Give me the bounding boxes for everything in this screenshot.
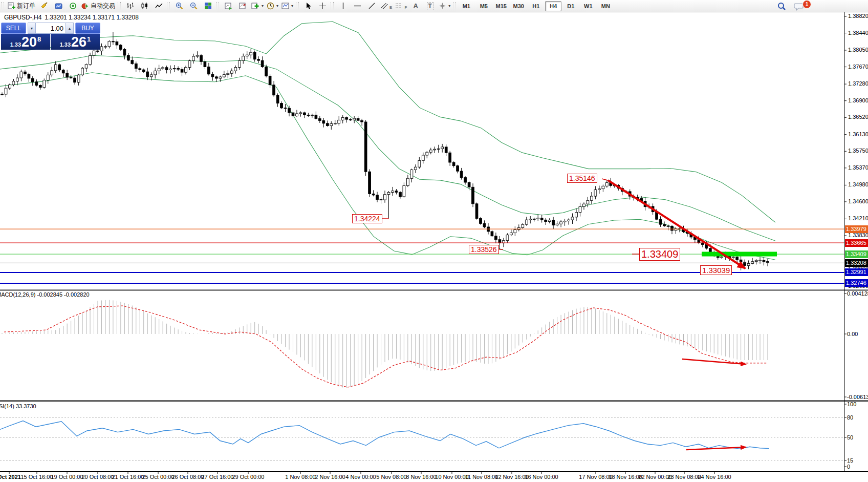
timeframe-button-h1[interactable]: H1 — [528, 1, 544, 11]
trendline-icon — [368, 2, 376, 10]
volume-increase-button[interactable]: ▲ — [66, 23, 74, 34]
line-chart-mode-button[interactable] — [151, 1, 166, 12]
arrows-icon — [439, 2, 446, 10]
zoom-in-button[interactable] — [172, 1, 186, 12]
autotrade-button[interactable]: 自动交易 — [80, 1, 117, 12]
price-axis-badge: 1.32746 — [845, 279, 868, 287]
price-axis-badge: 1.33409 — [845, 250, 868, 258]
horizontal-line-tool-button[interactable] — [350, 1, 364, 12]
timeframe-button-w1[interactable]: W1 — [580, 1, 596, 11]
candle-chart-mode-button[interactable] — [137, 1, 151, 12]
notifications-button[interactable]: 1 — [789, 1, 809, 12]
auto-scroll-button[interactable] — [221, 1, 235, 12]
timeframe-button-m15[interactable]: M15 — [493, 1, 509, 11]
timeframe-button-h4[interactable]: H4 — [545, 1, 561, 11]
macd-indicator-label: MACD(12,26,9) -0.002845 -0.002820 — [0, 291, 90, 298]
signal-icon — [69, 2, 77, 10]
annotation-price-label[interactable]: 1.33039 — [700, 265, 732, 275]
rsi-axis-label: 80 — [847, 414, 853, 421]
toolbar-gripper — [453, 2, 456, 10]
buy-button[interactable]: BUY — [75, 23, 100, 34]
timeframe-button-m30[interactable]: M30 — [510, 1, 527, 11]
annotation-price-label[interactable]: 1.35146 — [567, 174, 597, 183]
bollinger-lower — [0, 73, 775, 260]
arrows-tool-button[interactable]: ▾ — [437, 1, 452, 12]
macd-axis-label: 0.00 — [847, 331, 858, 337]
rsi-pane — [0, 417, 844, 461]
add-indicator-icon — [251, 2, 259, 10]
text-tool-icon: A — [414, 2, 418, 10]
annotation-price-label[interactable]: 1.33526 — [469, 245, 499, 254]
ask-big: 26 — [71, 35, 86, 49]
support-zone-bar[interactable] — [702, 252, 777, 257]
toolbar-gripper — [216, 2, 219, 10]
fibonacci-letter: F — [404, 5, 407, 10]
text-label-tool-button[interactable]: T — [423, 1, 437, 12]
bar-chart-mode-button[interactable] — [123, 1, 137, 12]
price-tick-label: 1.33830 — [848, 232, 868, 238]
chart-title: GBPUSD-,H41.33201 1.33234 1.33171 1.3320… — [4, 14, 142, 21]
toolbar-gripper — [1, 2, 4, 10]
tile-windows-button[interactable] — [201, 1, 215, 12]
chevron-down-icon: ▾ — [276, 4, 278, 8]
template-icon — [281, 2, 289, 10]
annotation-price-label[interactable]: 1.33409 — [639, 248, 680, 261]
toolbar-gripper — [118, 2, 121, 10]
price-tick-label: 1.34210 — [848, 215, 868, 221]
main-price-pane — [0, 22, 844, 283]
zoom-out-button[interactable] — [186, 1, 201, 12]
crosshair-tool-button[interactable] — [315, 1, 330, 12]
notification-badge: 1 — [802, 0, 811, 9]
chart-shift-button[interactable] — [235, 1, 250, 12]
price-tick-label: 1.38820 — [848, 13, 868, 19]
cursor-tool-button[interactable] — [301, 1, 315, 12]
zoom-out-icon — [190, 2, 198, 10]
fibonacci-icon — [395, 2, 404, 10]
period-button[interactable]: ▾ — [265, 1, 280, 12]
price-tick-label: 1.38440 — [848, 30, 868, 36]
vertical-line-icon — [340, 2, 346, 10]
chart-window[interactable]: GBPUSD-,H41.33201 1.33234 1.33171 1.3320… — [0, 12, 868, 482]
macd-pane — [2, 300, 768, 388]
timeframe-toolbar: M1M5M15M30H1H4D1W1MN — [458, 1, 614, 11]
text-tool-button[interactable]: A — [408, 1, 423, 12]
macd-signal-line — [4, 306, 768, 387]
bid-price[interactable]: 1.33 20 8 — [1, 34, 50, 50]
sell-button[interactable]: SELL — [1, 23, 26, 34]
trendline-tool-button[interactable] — [364, 1, 379, 12]
add-indicator-button[interactable]: ▾ — [250, 1, 265, 12]
search-button[interactable] — [774, 1, 789, 12]
bid-prefix: 1.33 — [10, 41, 21, 48]
equidistant-channel-tool-button[interactable]: E — [379, 1, 394, 12]
new-order-button[interactable]: 新订单 — [6, 1, 37, 12]
price-axis-badge: 1.33208 — [845, 259, 868, 267]
timeframe-button-mn[interactable]: MN — [597, 1, 614, 11]
price-tick-label: 1.36130 — [848, 131, 868, 137]
cleanup-button[interactable] — [37, 1, 51, 12]
annotation-price-label[interactable]: 1.34224 — [352, 214, 382, 223]
signals-button[interactable] — [66, 1, 80, 12]
template-button[interactable]: ▾ — [280, 1, 295, 12]
toolbar-gripper — [296, 2, 299, 10]
tile-windows-icon — [204, 2, 212, 10]
market-watch-button[interactable] — [51, 1, 66, 12]
volume-input[interactable] — [36, 23, 66, 34]
chart-canvas[interactable] — [0, 12, 868, 482]
timeframe-button-m1[interactable]: M1 — [458, 1, 474, 11]
chevron-down-icon: ▾ — [262, 4, 264, 8]
ask-price[interactable]: 1.33 26 1 — [51, 34, 100, 50]
timeframe-button-d1[interactable]: D1 — [562, 1, 579, 11]
autotrade-icon — [81, 2, 89, 10]
fibonacci-tool-button[interactable]: F — [394, 1, 408, 12]
autotrade-label: 自动交易 — [91, 2, 115, 10]
timeframe-button-m5[interactable]: M5 — [475, 1, 492, 11]
text-label-tool-icon: T — [427, 2, 433, 10]
price-tick-label: 1.38050 — [848, 47, 868, 53]
volume-decrease-button[interactable]: ▼ — [28, 23, 36, 34]
new-order-label: 新订单 — [17, 2, 35, 10]
rsi-line — [0, 421, 769, 449]
vertical-line-tool-button[interactable] — [336, 1, 350, 12]
macd-axis-label: 0.004128 — [847, 290, 868, 297]
bid-big: 20 — [21, 35, 37, 49]
price-axis-badge: 1.32991 — [845, 268, 868, 276]
